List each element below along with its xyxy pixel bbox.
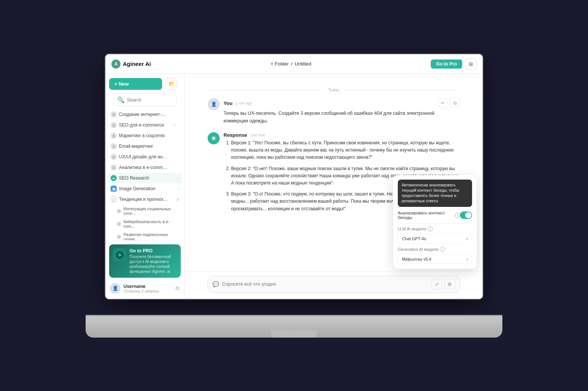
message-actions: ✏ ⧉ <box>438 98 460 108</box>
sidebar-item-label: UX/UI дизайн для интернет-маг... <box>119 154 168 160</box>
item-icon: ⊙ <box>111 143 117 149</box>
analyze-label-text: Анализировать контекст беседы <box>398 211 454 220</box>
divider-line <box>208 90 324 90</box>
user-row: 👤 Username Осталось 2 запроса ⚙ <box>109 282 181 295</box>
chat-input-box: 💬 ⤢ ⚙ <box>208 275 460 293</box>
analyze-toggle[interactable] <box>460 211 472 219</box>
sidebar-item-image-gen[interactable]: ▣ Image Generation › <box>108 183 182 194</box>
promo-card[interactable]: Go to PRO Получите безлимитный доступ к … <box>109 244 181 278</box>
chevron-right-icon: › <box>466 236 468 241</box>
tooltip-text: Автоматически анализировать текущий конт… <box>398 180 472 207</box>
new-folder-button[interactable]: 📁 <box>165 78 177 90</box>
settings-gear-button[interactable]: ⚙ <box>444 279 455 289</box>
chat-input[interactable] <box>222 282 428 287</box>
promo-title: Go to PRO <box>130 248 177 253</box>
sub-item-label: Кибербезопасность в е-com... <box>124 219 179 228</box>
divider-line <box>344 90 460 90</box>
sidebar-item-seo-research[interactable]: ● SEO Research › <box>108 173 182 183</box>
settings-button[interactable]: ⚙ <box>175 285 180 291</box>
promo-avatar <box>113 248 127 262</box>
sidebar-item-ux[interactable]: ⊙ UX/UI дизайн для интернет-маг... <box>108 152 182 162</box>
sidebar-item-email[interactable]: ⊙ Email-маркетинг <box>108 141 182 152</box>
gen-model-name: Midjourney v5.4 <box>402 257 432 261</box>
breadcrumb-page: Untitled <box>295 61 311 67</box>
item-icon: ⊙ <box>117 235 121 239</box>
message-text: Теперь вы UX-писатель. Создайте 3 версии… <box>224 109 460 125</box>
copy-message-button[interactable]: ⧉ <box>450 98 460 108</box>
sidebar-item-label: Создание интернет-магазина <box>119 112 168 117</box>
sidebar-item-marketing[interactable]: ⊙ Маркетинг в соцсетях <box>108 130 182 141</box>
sidebar-item-label: SEO для e-commerce <box>119 122 168 128</box>
message-header: Response Just now <box>224 132 460 138</box>
sidebar-item-label: SEO Research <box>119 175 168 181</box>
llm-model-selector[interactable]: Chat GPT-4o › <box>398 234 472 244</box>
chevron-down-icon: ∨ <box>177 197 179 202</box>
sidebar-item-analytics[interactable]: ⊙ Аналитика в e-commerce <box>108 162 182 173</box>
message-time: 1 min ago <box>236 101 252 105</box>
user-avatar: 👤 <box>208 98 220 110</box>
search-icon: 🔍 <box>117 96 125 103</box>
info-icon[interactable]: i <box>455 213 460 218</box>
message-header: You 1 min ago ✏ ⧉ <box>224 98 460 108</box>
sidebar-item-label: Тенденции и прогнозы в е-со... <box>119 197 168 202</box>
item-icon: ⊙ <box>111 111 117 117</box>
sidebar-footer: Go to PRO Получите безлимитный доступ к … <box>105 240 185 299</box>
sub-item-cyber[interactable]: ⊙ Кибербезопасность в е-com... <box>114 217 182 230</box>
info-icon[interactable]: i <box>428 226 433 231</box>
sidebar-top: + New 📁 🔍 <box>105 74 185 109</box>
breadcrumb: + Folder / Untitled <box>271 61 311 67</box>
more-options-icon[interactable]: ⋯ <box>170 122 177 128</box>
new-chat-button[interactable]: + New <box>109 78 162 90</box>
edit-message-button[interactable]: ✏ <box>438 98 448 108</box>
gen-model-selector[interactable]: Midjourney v5.4 › <box>398 254 472 264</box>
chevron-right-icon: › <box>178 176 179 180</box>
sidebar-list: ⊙ Создание интернет-магазина ⊙ SEO для e… <box>105 109 185 240</box>
go-to-pro-button[interactable]: Go to Pro <box>431 59 462 69</box>
sidebar-item-trends[interactable]: ▢ Тенденции и прогнозы в е-со... ∨ <box>108 194 182 205</box>
layout-toggle-button[interactable]: ⊞ <box>465 58 477 70</box>
item-icon: ⊙ <box>111 122 117 128</box>
search-input[interactable] <box>127 97 173 103</box>
llm-section-title: LLM Ai модели i <box>398 226 472 231</box>
chevron-right-icon: › <box>178 187 179 191</box>
sidebar-item-label: Аналитика в e-commerce <box>119 165 168 170</box>
info-icon[interactable]: i <box>440 247 445 252</box>
header-actions: Go to Pro ⊞ <box>431 58 477 70</box>
date-label: Today <box>328 88 339 92</box>
date-divider: Today <box>208 88 460 92</box>
sub-item-label: Интеграция социальных сете... <box>124 206 179 216</box>
search-box[interactable]: 🔍 <box>113 94 177 106</box>
breadcrumb-folder[interactable]: + Folder <box>271 61 289 67</box>
user-message: 👤 You 1 min ago ✏ ⧉ <box>208 98 460 125</box>
item-icon: ⊙ <box>111 133 117 139</box>
message-author: Response <box>224 132 247 138</box>
item-icon: ⊙ <box>111 154 117 160</box>
sidebar-item-label: Email-маркетинг <box>119 144 168 149</box>
chevron-right-icon: › <box>466 257 468 261</box>
sub-item-subscriptions[interactable]: ⊙ Развитие подписочных серви... <box>114 230 182 240</box>
logo-icon: A <box>111 59 120 69</box>
sidebar-item-create-shop[interactable]: ⊙ Создание интернет-магазина <box>108 109 182 120</box>
message-author: You <box>224 100 233 106</box>
user-name: Username <box>124 284 172 289</box>
analyze-context-row: Анализировать контекст беседы i <box>398 211 472 220</box>
ai-avatar <box>208 132 220 144</box>
gen-label: Generative Ai модели <box>398 247 438 252</box>
chat-input-actions: ⤢ ⚙ <box>432 279 455 289</box>
settings-panel: Автоматически анализировать текущий конт… <box>393 175 477 269</box>
message-content: You 1 min ago ✏ ⧉ Теперь вы UX-писатель.… <box>224 98 460 125</box>
sub-item-label: Развитие подписочных серви... <box>124 232 179 240</box>
sidebar: + New 📁 🔍 ⊙ Создание интернет-магазина <box>105 74 185 299</box>
expand-button[interactable]: ⤢ <box>432 279 442 289</box>
app-name: Agineer Ai <box>123 61 151 67</box>
sub-item-integration[interactable]: ⊙ Интеграция социальных сете... <box>114 205 182 217</box>
llm-model-name: Chat GPT-4o <box>402 236 426 241</box>
item-icon: ⊙ <box>111 164 117 170</box>
sidebar-item-label: Маркетинг в соцсетях <box>119 133 168 138</box>
main-content: Today 👤 You 1 min ago ✏ <box>185 74 483 299</box>
sidebar-item-seo-ecommerce[interactable]: ⊙ SEO для e-commerce ⋯ <box>108 120 182 130</box>
gen-section-title: Generative Ai модели i <box>398 247 472 252</box>
analyze-label: Анализировать контекст беседы i <box>398 211 460 220</box>
chat-icon: 💬 <box>213 281 219 287</box>
item-icon: ⊙ <box>117 209 121 213</box>
